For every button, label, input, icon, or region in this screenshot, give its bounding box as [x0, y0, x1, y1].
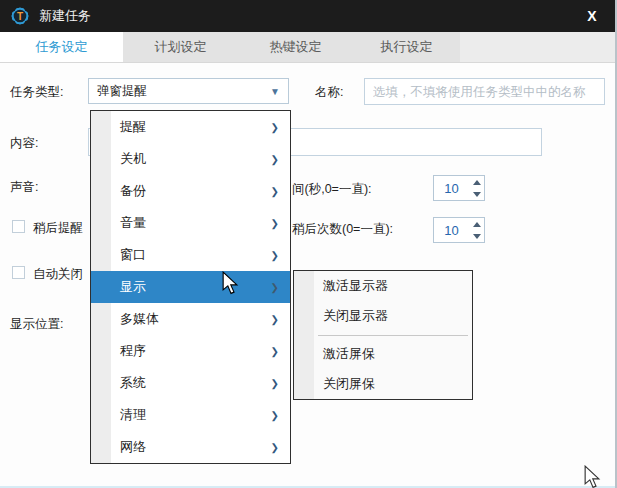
submenu-arrow-icon: ❯ [271, 282, 279, 293]
new-task-dialog: T 新建任务 X 任务设定 计划设定 热键设定 执行设定 任务类型: 弹窗提醒 … [0, 0, 617, 488]
task-type-dropdown-menu: 提醒❯ 关机❯ 备份❯ 音量❯ 窗口❯ 显示❯ 多媒体❯ 程序❯ 系统❯ 清理❯… [90, 110, 291, 464]
later-count-label: 稍后次数(0=一直): [292, 221, 393, 238]
menu-item-program[interactable]: 程序❯ [91, 335, 290, 367]
submenu-item-activate-monitor[interactable]: 激活显示器 [294, 271, 472, 301]
mouse-cursor-secondary [583, 465, 601, 488]
name-label: 名称: [315, 84, 343, 101]
submenu-item-close-screensaver[interactable]: 关闭屏保 [294, 369, 472, 399]
later-count-value: 10 [434, 223, 469, 238]
menu-item-backup[interactable]: 备份❯ [91, 175, 290, 207]
mouse-cursor [221, 271, 239, 295]
tab-hotkey-settings[interactable]: 热键设定 [238, 32, 353, 62]
close-button[interactable]: X [579, 8, 605, 24]
submenu-arrow-icon: ❯ [271, 314, 279, 325]
submenu-item-turn-off-monitor[interactable]: 关闭显示器 [294, 301, 472, 331]
svg-text:T: T [17, 11, 23, 22]
tab-task-settings[interactable]: 任务设定 [0, 32, 123, 62]
menu-item-remind[interactable]: 提醒❯ [91, 111, 290, 143]
spin-up-icon[interactable] [469, 218, 484, 230]
submenu-arrow-icon: ❯ [271, 346, 279, 357]
duration-spin-buttons [469, 176, 484, 200]
later-count-spin-buttons [469, 218, 484, 242]
submenu-arrow-icon: ❯ [271, 250, 279, 261]
submenu-separator [294, 331, 472, 339]
duration-spinner[interactable]: 10 [433, 175, 485, 201]
app-gear-icon: T [10, 6, 30, 26]
submenu-arrow-icon: ❯ [271, 442, 279, 453]
auto-close-label: 自动关闭 [33, 266, 83, 283]
submenu-arrow-icon: ❯ [271, 122, 279, 133]
duration-label: 间(秒,0=一直): [292, 181, 372, 198]
submenu-arrow-icon: ❯ [271, 378, 279, 389]
menu-item-volume[interactable]: 音量❯ [91, 207, 290, 239]
combo-dropdown-icon: ▼ [270, 86, 280, 97]
tab-plan-settings[interactable]: 计划设定 [123, 32, 238, 62]
tab-bar-filler [460, 32, 615, 62]
title-bar: T 新建任务 X [0, 0, 615, 32]
display-position-label: 显示位置: [10, 316, 63, 333]
submenu-arrow-icon: ❯ [271, 410, 279, 421]
tab-bar: 任务设定 计划设定 热键设定 执行设定 [0, 32, 615, 63]
menu-item-window[interactable]: 窗口❯ [91, 239, 290, 271]
menu-item-system[interactable]: 系统❯ [91, 367, 290, 399]
menu-item-shutdown[interactable]: 关机❯ [91, 143, 290, 175]
task-type-label: 任务类型: [10, 84, 63, 101]
later-count-spinner[interactable]: 10 [433, 217, 485, 243]
remind-later-checkbox[interactable] [12, 220, 25, 233]
window-title: 新建任务 [39, 7, 91, 25]
task-type-value: 弹窗提醒 [97, 83, 147, 100]
display-submenu: 激活显示器 关闭显示器 激活屏保 关闭屏保 [293, 270, 473, 400]
task-type-select[interactable]: 弹窗提醒 ▼ [88, 78, 289, 104]
name-input[interactable] [364, 78, 605, 105]
tab-execute-settings[interactable]: 执行设定 [353, 32, 460, 62]
auto-close-checkbox[interactable] [12, 266, 25, 279]
submenu-arrow-icon: ❯ [271, 218, 279, 229]
spin-up-icon[interactable] [469, 176, 484, 188]
menu-item-network[interactable]: 网络❯ [91, 431, 290, 463]
submenu-arrow-icon: ❯ [271, 154, 279, 165]
sound-label: 声音: [10, 179, 38, 196]
menu-item-display[interactable]: 显示❯ [91, 271, 290, 303]
submenu-arrow-icon: ❯ [271, 186, 279, 197]
duration-value: 10 [434, 181, 469, 196]
spin-down-icon[interactable] [469, 230, 484, 242]
menu-item-cleanup[interactable]: 清理❯ [91, 399, 290, 431]
content-label: 内容: [10, 135, 38, 152]
submenu-item-activate-screensaver[interactable]: 激活屏保 [294, 339, 472, 369]
remind-later-label: 稍后提醒 [33, 220, 83, 237]
menu-item-multimedia[interactable]: 多媒体❯ [91, 303, 290, 335]
spin-down-icon[interactable] [469, 188, 484, 200]
